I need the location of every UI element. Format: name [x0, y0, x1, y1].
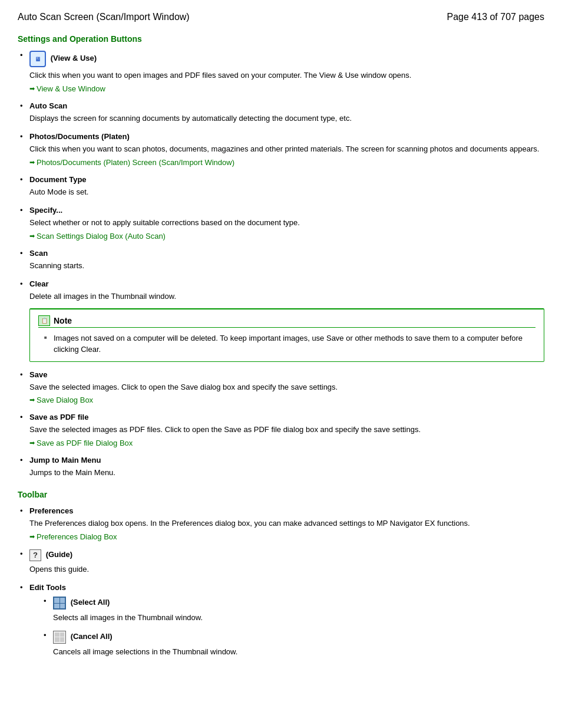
view-use-icon: 🖥	[29, 51, 46, 67]
note-title-row: 📋 Note	[38, 315, 535, 328]
item-title-save: Save	[29, 370, 544, 379]
item-title-edit-tools: Edit Tools	[29, 583, 544, 592]
list-item-view-use: 🖥 (View & Use) Click this when you want …	[18, 51, 544, 93]
note-icon: 📋	[38, 315, 50, 326]
list-item-clear: Clear Delete all images in the Thumbnail…	[18, 279, 544, 362]
note-box: 📋 Note Images not saved on a computer wi…	[29, 308, 544, 362]
item-desc-auto-scan: Displays the screen for scanning documen…	[29, 113, 544, 124]
link-save-pdf-dialog[interactable]: Save as PDF file Dialog Box	[29, 439, 133, 447]
note-title: Note	[54, 316, 72, 325]
note-list-item: Images not saved on a computer will be d…	[44, 332, 535, 355]
item-title-preferences: Preferences	[29, 506, 544, 515]
select-all-icon	[53, 597, 66, 610]
link-save-dialog[interactable]: Save Dialog Box	[29, 396, 93, 404]
list-item-document-type: Document Type Auto Mode is set.	[18, 175, 544, 198]
list-item-auto-scan: Auto Scan Displays the screen for scanni…	[18, 101, 544, 124]
item-title-cancel-all: (Cancel All)	[53, 631, 544, 644]
item-title-view-use: 🖥 (View & Use)	[29, 51, 544, 67]
item-desc-preferences: The Preferences dialog box opens. In the…	[29, 518, 544, 529]
item-desc-guide: Opens this guide.	[29, 564, 544, 575]
section-heading-settings: Settings and Operation Buttons	[18, 34, 544, 44]
section-heading-toolbar: Toolbar	[18, 490, 544, 499]
item-desc-photos-documents: Click this when you want to scan photos,…	[29, 143, 544, 155]
item-desc-select-all: Selects all images in the Thumbnail wind…	[53, 612, 544, 624]
item-title-document-type: Document Type	[29, 175, 544, 184]
guide-icon: ?	[29, 549, 41, 561]
note-list: Images not saved on a computer will be d…	[38, 332, 535, 355]
item-title-specify: Specify...	[29, 206, 544, 215]
item-title-guide: ? (Guide)	[29, 549, 544, 561]
settings-items-list: 🖥 (View & Use) Click this when you want …	[18, 51, 544, 478]
link-scan-settings[interactable]: Scan Settings Dialog Box (Auto Scan)	[29, 232, 166, 241]
item-desc-view-use: Click this when you want to open images …	[29, 70, 544, 81]
item-desc-cancel-all: Cancels all image selections in the Thum…	[53, 646, 544, 658]
list-item-scan: Scan Scanning starts.	[18, 249, 544, 272]
item-desc-clear: Delete all images in the Thumbnail windo…	[29, 291, 544, 302]
link-preferences-dialog[interactable]: Preferences Dialog Box	[29, 532, 117, 541]
page-header: Auto Scan Screen (Scan/Import Window) Pa…	[18, 12, 544, 22]
item-desc-save: Save the selected images. Click to open …	[29, 381, 544, 393]
link-photos-documents[interactable]: Photos/Documents (Platen) Screen (Scan/I…	[29, 158, 234, 167]
list-item-select-all: (Select All) Selects all images in the T…	[41, 597, 544, 624]
list-item-edit-tools: Edit Tools (Select All) Selects all imag…	[18, 583, 544, 657]
item-title-jump-main: Jump to Main Menu	[29, 456, 544, 465]
page-title: Auto Scan Screen (Scan/Import Window)	[18, 12, 190, 22]
list-item-photos-documents: Photos/Documents (Platen) Click this whe…	[18, 132, 544, 167]
item-title-auto-scan: Auto Scan	[29, 101, 544, 110]
item-desc-scan: Scanning starts.	[29, 260, 544, 272]
item-title-save-pdf: Save as PDF file	[29, 413, 544, 421]
list-item-guide: ? (Guide) Opens this guide.	[18, 549, 544, 575]
section-toolbar: Toolbar Preferences The Preferences dial…	[18, 490, 544, 657]
item-title-clear: Clear	[29, 279, 544, 288]
item-title-scan: Scan	[29, 249, 544, 258]
list-item-jump-main: Jump to Main Menu Jumps to the Main Menu…	[18, 456, 544, 479]
toolbar-items-list: Preferences The Preferences dialog box o…	[18, 506, 544, 657]
edit-tools-sub-list: (Select All) Selects all images in the T…	[29, 597, 544, 657]
list-item-save: Save Save the selected images. Click to …	[18, 370, 544, 405]
list-item-save-pdf: Save as PDF file Save the selected image…	[18, 413, 544, 447]
list-item-preferences: Preferences The Preferences dialog box o…	[18, 506, 544, 541]
item-title-photos-documents: Photos/Documents (Platen)	[29, 132, 544, 141]
list-item-specify: Specify... Select whether or not to appl…	[18, 206, 544, 241]
page-number: Page 413 of 707 pages	[447, 12, 544, 22]
cancel-all-icon	[53, 631, 66, 644]
link-view-use-window[interactable]: View & Use Window	[29, 84, 105, 93]
item-desc-specify: Select whether or not to apply suitable …	[29, 217, 544, 229]
list-item-cancel-all: (Cancel All) Cancels all image selection…	[41, 631, 544, 658]
item-desc-jump-main: Jumps to the Main Menu.	[29, 467, 544, 479]
item-title-select-all: (Select All)	[53, 597, 544, 610]
item-desc-save-pdf: Save the selected images as PDF files. C…	[29, 424, 544, 436]
item-desc-document-type: Auto Mode is set.	[29, 186, 544, 198]
section-settings-operation: Settings and Operation Buttons 🖥 (View &…	[18, 34, 544, 478]
